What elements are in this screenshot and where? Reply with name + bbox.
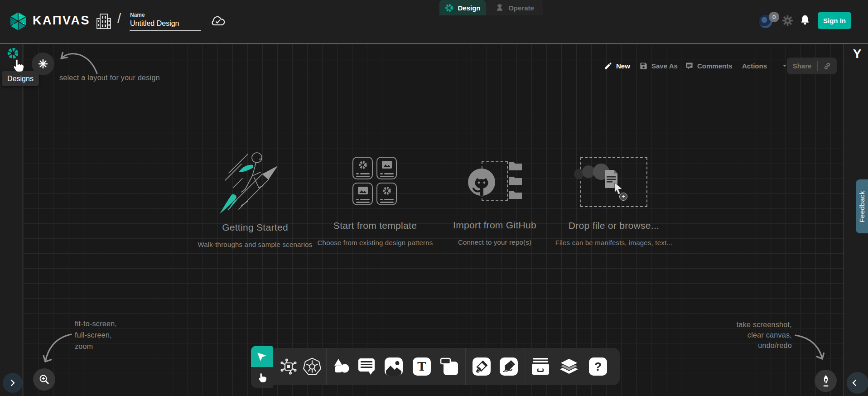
shapes-icon: [332, 357, 350, 376]
design-name-input[interactable]: [130, 18, 201, 31]
swirl-icon: [382, 186, 391, 195]
new-button[interactable]: New: [604, 62, 630, 70]
drawer-tool[interactable]: [531, 357, 550, 376]
operate-person-icon: [495, 3, 504, 12]
notification-count-badge: 0: [769, 12, 779, 22]
zoom-button[interactable]: [33, 368, 55, 391]
floppy-icon: [639, 62, 648, 70]
collapse-right-panel-button[interactable]: [847, 372, 868, 394]
layout-hint-text: select a layout for your design: [59, 74, 160, 82]
tab-operate-label: Operate: [508, 4, 534, 12]
kubernetes-tool[interactable]: [303, 357, 322, 376]
tab-design[interactable]: Design: [439, 0, 486, 15]
layers-icon: [559, 357, 579, 376]
screenshot-hints-text: take screenshot, clear canvas, undo/redo: [701, 319, 792, 351]
card-drop-file[interactable]: + Drop file or browse... Files can be ma…: [541, 146, 686, 246]
chip-icon: [279, 357, 298, 376]
github-illustration: [467, 160, 522, 206]
feedback-label: Feedback: [858, 191, 866, 222]
app-header: KAΠVAS / Name Design: [0, 0, 868, 43]
chevron-right-icon: [9, 379, 16, 386]
select-pan-column: [251, 346, 273, 388]
card-getting-started[interactable]: Getting Started Walk-throughs and sample…: [183, 146, 328, 248]
breadcrumb-separator: /: [117, 11, 121, 26]
canvas-toolbar: T: [273, 348, 620, 385]
card-subtitle: Walk-throughs and sample scenarios: [183, 241, 328, 248]
card-subtitle: Files can be manifests, images, text...: [541, 239, 686, 246]
pan-tool[interactable]: [251, 367, 273, 388]
swirl-icon: [358, 160, 367, 169]
help-glyph: ?: [594, 360, 602, 374]
card-title: Start from template: [307, 220, 443, 231]
layout-picker-button[interactable]: [32, 53, 54, 75]
card-title: Drop file or browse...: [541, 220, 686, 231]
pen-tool[interactable]: [473, 357, 491, 376]
help-tool[interactable]: ?: [589, 357, 607, 376]
text-tool-glyph: T: [417, 360, 426, 373]
share-button[interactable]: Share: [787, 58, 837, 74]
new-label: New: [616, 62, 630, 70]
image-icon: [358, 187, 368, 194]
cursor-arrow-icon: [256, 351, 268, 362]
tab-design-label: Design: [458, 4, 480, 12]
validator-y-icon[interactable]: Y: [850, 47, 864, 61]
left-rail: [0, 44, 23, 396]
template-grid: [352, 157, 398, 207]
pencil-icon: [604, 62, 612, 70]
layout-hint-arrow: [57, 45, 100, 76]
drawer-icon: [531, 357, 550, 376]
bell-icon[interactable]: [799, 14, 811, 26]
comment-icon: [685, 62, 694, 70]
plus-badge: +: [619, 193, 627, 201]
zoom-in-icon: [39, 374, 50, 385]
drop-zone-illustration: +: [576, 157, 652, 208]
comment-bubble-icon: [357, 357, 376, 376]
canvas-top-border: [0, 43, 868, 44]
comments-button[interactable]: Comments: [685, 62, 733, 70]
brand-title: KAΠVAS: [33, 14, 90, 28]
rocket-doodle: [215, 146, 295, 217]
draw-actions-button[interactable]: [815, 370, 837, 392]
actions-label: Actions: [742, 62, 767, 70]
gear-icon[interactable]: [782, 15, 793, 26]
share-label: Share: [787, 62, 817, 70]
save-as-label: Save As: [651, 62, 678, 70]
actions-dropdown[interactable]: Actions: [742, 62, 789, 70]
folders: [509, 161, 522, 199]
component-tool[interactable]: [279, 357, 298, 376]
expand-left-panel-button[interactable]: [3, 373, 23, 393]
share-link-icon[interactable]: [818, 62, 837, 71]
hand-icon: [256, 371, 268, 384]
text-tool[interactable]: T: [413, 357, 431, 376]
kubernetes-helm-icon: [303, 357, 322, 376]
card-subtitle: Choose from existing design patterns: [307, 239, 443, 246]
card-title: Getting Started: [183, 222, 328, 233]
pen-nib-icon: [820, 375, 831, 387]
kanvas-logo[interactable]: [8, 11, 29, 32]
comment-tool[interactable]: [357, 357, 376, 376]
note-tool[interactable]: [440, 357, 459, 376]
select-tool[interactable]: [251, 346, 273, 367]
pen-path-icon: [475, 360, 488, 373]
github-octocat-icon: [467, 168, 496, 197]
organization-icon[interactable]: [96, 13, 111, 30]
zoom-hint-arrow: [39, 332, 75, 367]
pointer-hand-cursor: [11, 57, 24, 73]
layout-asterisk-icon: [38, 59, 48, 69]
feedback-tab[interactable]: Feedback: [856, 179, 868, 233]
pencil-tool[interactable]: [500, 357, 518, 376]
sign-in-button[interactable]: Sign In: [818, 12, 851, 29]
pencil-sketch-icon: [502, 360, 515, 373]
cloud-saved-icon: [210, 14, 226, 27]
image-icon: [382, 161, 392, 169]
image-tool-icon: [385, 357, 403, 376]
image-tool[interactable]: [385, 357, 403, 376]
chevron-left-icon: [851, 379, 858, 386]
card-start-from-template[interactable]: Start from template Choose from existing…: [307, 146, 443, 246]
layers-tool[interactable]: [559, 357, 579, 376]
shapes-tool[interactable]: [332, 357, 350, 376]
note-icon: [440, 357, 459, 376]
tab-operate[interactable]: Operate: [486, 0, 543, 15]
save-as-button[interactable]: Save As: [639, 62, 678, 70]
zoom-hints-text: fit-to-screen, full-screen, zoom: [75, 318, 117, 352]
